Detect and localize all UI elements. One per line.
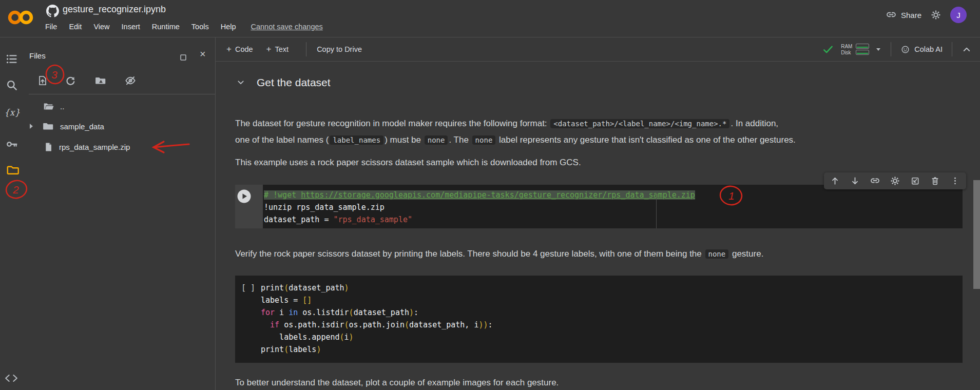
toolbar-divider bbox=[952, 42, 952, 56]
cannot-save-changes-link[interactable]: Cannot save changes bbox=[251, 23, 323, 31]
ram-usage-bar bbox=[856, 44, 869, 49]
code-cell-wget[interactable]: # !wget https://storage.googleapis.com/m… bbox=[235, 185, 963, 228]
toolbar-divider bbox=[306, 42, 306, 56]
tree-item-label: rps_data_sample.zip bbox=[59, 143, 130, 151]
tree-item-rps-zip[interactable]: rps_data_sample.zip bbox=[25, 140, 215, 153]
cell-settings-gear-icon[interactable] bbox=[890, 176, 900, 186]
folder-icon bbox=[42, 121, 54, 132]
variables-icon[interactable]: {x} bbox=[4, 107, 20, 118]
code-cell-print-labels[interactable]: [ ] print(dataset_path)labels = []for i … bbox=[235, 276, 963, 363]
colab-ai-icon bbox=[900, 45, 910, 54]
copy-to-drive-button[interactable]: Copy to Drive bbox=[317, 45, 362, 53]
menu-insert[interactable]: Insert bbox=[122, 23, 140, 31]
upload-file-icon[interactable] bbox=[37, 75, 48, 86]
user-avatar[interactable]: J bbox=[950, 7, 967, 23]
files-folder-icon[interactable] bbox=[6, 164, 19, 177]
menu-bar: File Edit View Insert Runtime Tools Help… bbox=[45, 23, 323, 31]
settings-gear-icon[interactable] bbox=[931, 10, 941, 20]
ram-label: RAM bbox=[841, 44, 853, 49]
code-snippets-icon[interactable] bbox=[5, 374, 18, 382]
colab-logo-icon[interactable] bbox=[7, 8, 34, 27]
topbar: gesture_recognizer.ipynb File Edit View … bbox=[0, 0, 980, 37]
disk-label: Disk bbox=[841, 50, 853, 55]
colab-ai-button[interactable]: Colab AI bbox=[900, 45, 943, 54]
cell-code[interactable]: # !wget https://storage.googleapis.com/m… bbox=[263, 185, 963, 228]
section-title: Get the dataset bbox=[257, 76, 331, 89]
search-icon[interactable] bbox=[6, 79, 18, 91]
link-icon bbox=[886, 10, 896, 20]
move-cell-down-icon[interactable] bbox=[850, 176, 860, 186]
mount-drive-icon[interactable] bbox=[94, 75, 107, 86]
collapse-toolbar-icon[interactable] bbox=[962, 44, 972, 54]
menu-edit[interactable]: Edit bbox=[69, 23, 82, 31]
menu-tools[interactable]: Tools bbox=[191, 23, 209, 31]
mirror-cell-icon[interactable] bbox=[910, 176, 920, 186]
menu-view[interactable]: View bbox=[93, 23, 109, 31]
expand-caret-icon[interactable] bbox=[29, 123, 34, 129]
panel-divider bbox=[29, 94, 215, 94]
copy-link-to-cell-icon[interactable] bbox=[870, 176, 880, 186]
notebook-content: Get the dataset The dataset for gesture … bbox=[216, 62, 980, 390]
table-of-contents-icon[interactable] bbox=[6, 53, 18, 65]
delete-cell-icon[interactable] bbox=[930, 176, 940, 186]
hidden-files-icon[interactable] bbox=[124, 75, 137, 86]
files-panel: Files × .. sample_data rps_data_sample.z… bbox=[25, 37, 216, 390]
main-area: + Code + Text Copy to Drive RAM bbox=[216, 37, 980, 390]
more-cell-actions-icon[interactable] bbox=[950, 176, 960, 186]
collapse-section-icon[interactable] bbox=[236, 78, 245, 87]
menu-help[interactable]: Help bbox=[221, 23, 236, 31]
notebook-title[interactable]: gesture_recognizer.ipynb bbox=[63, 4, 166, 15]
move-cell-up-icon[interactable] bbox=[830, 176, 840, 186]
run-cell-button[interactable] bbox=[237, 189, 252, 204]
add-code-button[interactable]: + Code bbox=[226, 44, 253, 54]
cell-toolbar bbox=[824, 172, 966, 189]
notebook-toolbar: + Code + Text Copy to Drive RAM bbox=[216, 37, 980, 62]
resources-indicator[interactable]: RAM Disk bbox=[841, 44, 882, 55]
plus-icon: + bbox=[226, 44, 232, 54]
share-label: Share bbox=[901, 11, 921, 20]
connected-check-icon bbox=[822, 44, 834, 55]
folder-open-icon bbox=[42, 101, 55, 112]
tree-item-parent-dir[interactable]: .. bbox=[25, 100, 215, 113]
close-panel-icon[interactable]: × bbox=[200, 49, 206, 59]
share-button[interactable]: Share bbox=[886, 10, 921, 20]
caret-down-icon[interactable] bbox=[874, 45, 882, 53]
toolbar-divider bbox=[891, 42, 891, 56]
left-icon-strip: {x} bbox=[0, 37, 25, 390]
tree-item-label: .. bbox=[60, 102, 64, 111]
cell-code[interactable]: print(dataset_path)labels = []for i in o… bbox=[235, 276, 493, 363]
plus-icon: + bbox=[266, 44, 272, 54]
tree-item-label: sample_data bbox=[60, 122, 104, 131]
markdown-paragraph: Verify the rock paper scissors dataset b… bbox=[235, 246, 969, 262]
markdown-paragraph: This example uses a rock paper scissors … bbox=[235, 154, 969, 171]
markdown-paragraph: To better understand the dataset, plot a… bbox=[235, 375, 969, 390]
secrets-key-icon[interactable] bbox=[6, 138, 19, 150]
refresh-files-icon[interactable] bbox=[65, 75, 76, 86]
expand-panel-icon[interactable] bbox=[179, 53, 188, 62]
disk-usage-bar bbox=[856, 50, 869, 55]
cell-gutter bbox=[235, 185, 263, 228]
markdown-paragraph: The dataset for gesture recognition in m… bbox=[235, 115, 969, 148]
column-ruler bbox=[656, 192, 657, 228]
add-text-button[interactable]: + Text bbox=[266, 44, 289, 54]
cell-run-gutter[interactable]: [ ] bbox=[241, 282, 255, 294]
files-panel-title: Files bbox=[29, 51, 46, 60]
menu-runtime[interactable]: Runtime bbox=[152, 23, 180, 31]
file-icon bbox=[43, 141, 54, 153]
menu-file[interactable]: File bbox=[45, 23, 57, 31]
tree-item-sample-data[interactable]: sample_data bbox=[25, 120, 215, 133]
github-icon[interactable] bbox=[46, 5, 59, 17]
vertical-scrollbar[interactable] bbox=[973, 180, 980, 289]
